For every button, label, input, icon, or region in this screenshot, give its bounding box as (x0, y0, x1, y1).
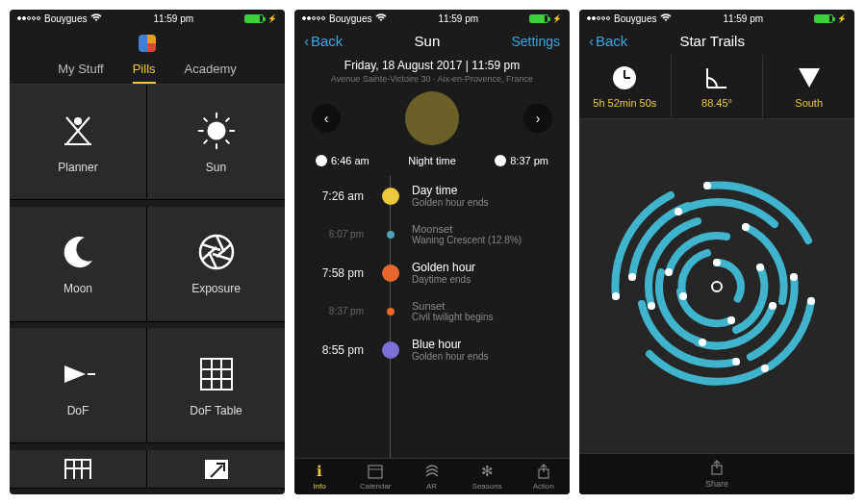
arrow-box-icon (196, 457, 237, 480)
tab-calendar[interactable]: Calendar (360, 463, 391, 491)
header: My Stuff Pills Academy (10, 27, 285, 85)
metric-duration[interactable]: 5h 52min 50s (579, 55, 672, 118)
cell-partial-1[interactable] (10, 450, 147, 489)
page-title: Star Trails (679, 33, 745, 49)
timeline-row[interactable]: 8:55 pmBlue hourGolden hour ends (294, 330, 570, 369)
svg-point-44 (790, 273, 798, 281)
cell-dof[interactable]: DoF (10, 328, 147, 443)
rise-set-row: 6:46 am Night time 8:37 pm (294, 145, 570, 176)
tl-title: Golden hour (412, 261, 570, 274)
tl-dot-icon (382, 341, 399, 359)
battery-icon (244, 14, 264, 23)
battery-icon (529, 14, 548, 23)
cell-exposure[interactable]: Exposure (147, 207, 285, 322)
timeline-row[interactable]: 7:26 amDay timeGolden hour ends (294, 176, 570, 215)
wifi-icon (660, 13, 672, 24)
tl-sub: Daytime ends (412, 274, 570, 285)
metric-value: 88.45° (701, 97, 732, 109)
tl-sub: Golden hour ends (412, 351, 570, 362)
status-bar: Bouygues 11:59 pm ⚡ (294, 10, 570, 27)
aperture-icon (196, 232, 237, 272)
svg-point-35 (679, 292, 687, 300)
phone-sun: Bouygues 11:59 pm ⚡ ‹ Back Sun Settings … (294, 10, 570, 494)
timeline-row[interactable]: 8:37 pmSunsetCivil twilight begins (294, 292, 570, 330)
cell-label: Moon (64, 282, 92, 295)
tl-sub: Waning Crescent (12.8%) (412, 235, 570, 245)
back-button[interactable]: ‹ Back (589, 33, 627, 49)
svg-rect-26 (369, 466, 382, 478)
tl-time: 8:55 pm (294, 343, 377, 357)
cell-planner[interactable]: Planner (10, 85, 147, 200)
date-main: Friday, 18 August 2017 | 11:59 pm (304, 59, 560, 72)
pills-grid: Planner Sun Moon Exposure DoF (10, 85, 285, 494)
svg-point-40 (769, 302, 777, 310)
svg-point-43 (732, 358, 740, 365)
svg-point-46 (628, 273, 636, 281)
timeline[interactable]: 7:26 amDay timeGolden hour ends6:07 pmMo… (294, 176, 570, 458)
sunset-icon (495, 155, 506, 166)
chevron-left-icon: ‹ (324, 111, 329, 126)
tl-time: 7:58 pm (294, 266, 377, 280)
carrier-label: Bouygues (614, 13, 656, 24)
tab-my-stuff[interactable]: My Stuff (58, 62, 103, 76)
next-day-button[interactable]: › (523, 104, 552, 133)
status-time: 11:59 pm (153, 13, 193, 24)
cell-sun[interactable]: Sun (147, 85, 285, 200)
prev-day-button[interactable]: ‹ (312, 104, 341, 133)
cell-moon[interactable]: Moon (10, 207, 147, 322)
sun-icon (196, 111, 237, 151)
metric-angle[interactable]: 88.45° (672, 55, 764, 118)
calendar-icon (366, 463, 385, 480)
svg-line-9 (203, 117, 207, 121)
star-trails-canvas[interactable] (579, 119, 854, 453)
clock-icon (611, 64, 638, 91)
trails-svg (597, 166, 837, 407)
triangle-down-icon (796, 64, 823, 91)
svg-point-37 (756, 264, 764, 271)
tl-dot-icon (382, 188, 399, 205)
tl-title: Day time (412, 184, 570, 197)
cell-dof-table[interactable]: DoF Table (147, 328, 285, 443)
cell-label: Sun (206, 161, 226, 174)
status-bar: Bouygues 11:59 pm ⚡ (10, 10, 285, 27)
tab-info[interactable]: ℹ︎ Info (310, 463, 329, 491)
tab-ar[interactable]: AR (422, 463, 442, 491)
date-header: Friday, 18 August 2017 | 11:59 pm Avenue… (294, 55, 570, 91)
sunrise-time: 6:46 am (331, 155, 369, 166)
timeline-row[interactable]: 7:58 pmGolden hourDaytime ends (294, 253, 570, 292)
status-time: 11:59 pm (723, 13, 763, 24)
back-button[interactable]: ‹ Back (304, 33, 343, 49)
tl-time: 8:37 pm (294, 306, 377, 316)
night-label: Night time (408, 155, 456, 166)
tab-action[interactable]: Action (533, 463, 554, 491)
tab-pills[interactable]: Pills (133, 62, 156, 84)
location-sub: Avenue Sainte-Victoire 30 · Aix-en-Prove… (304, 74, 560, 84)
nav-bar: ‹ Back Sun Settings (294, 27, 570, 55)
ar-icon (422, 463, 442, 480)
tab-academy[interactable]: Academy (185, 62, 237, 76)
svg-point-13 (200, 236, 233, 268)
tl-dot-icon (387, 308, 395, 315)
svg-point-39 (699, 339, 706, 346)
svg-point-48 (807, 297, 815, 305)
svg-point-0 (74, 117, 82, 125)
share-icon (534, 463, 553, 480)
timeline-row[interactable]: 6:07 pmMoonsetWaning Crescent (12.8%) (294, 215, 570, 253)
info-icon: ℹ︎ (310, 463, 329, 480)
phone-star-trails: Bouygues 11:59 pm ⚡ ‹ Back Star Trails 5… (579, 10, 854, 494)
cell-partial-2[interactable] (147, 450, 285, 489)
tl-title: Blue hour (412, 338, 570, 351)
cell-label: Exposure (191, 282, 241, 295)
chevron-left-icon: ‹ (304, 33, 309, 49)
tl-dot-icon (387, 231, 395, 239)
tab-seasons[interactable]: ✻ Seasons (472, 463, 502, 491)
metric-direction[interactable]: South (763, 55, 854, 118)
grid2-icon (58, 457, 98, 480)
svg-point-4 (207, 121, 225, 139)
cell-label: Planner (58, 161, 97, 174)
moon-icon (58, 232, 98, 272)
share-button[interactable]: Share (579, 453, 854, 494)
svg-rect-15 (201, 359, 232, 390)
metric-value: 5h 52min 50s (593, 97, 656, 109)
settings-button[interactable]: Settings (511, 34, 560, 49)
